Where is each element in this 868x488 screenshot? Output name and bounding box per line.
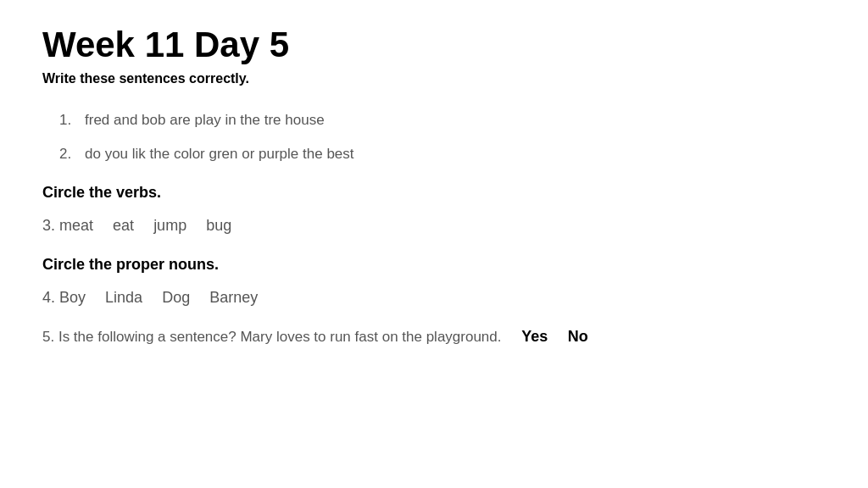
sentence-num-1: 1. [59,112,85,129]
circle-verbs-instruction: Circle the verbs. [42,184,826,202]
nouns-num: 4. [42,289,55,306]
sentence5-no: No [568,328,588,345]
sentence5-text: Is the following a sentence? Mary loves … [58,329,502,345]
noun-word-3: Dog [162,289,190,307]
verb-word-2: eat [113,217,134,235]
page-title: Week 11 Day 5 [42,25,826,64]
noun-word-4: Barney [209,289,258,307]
sentence-item-1: 1.fred and bob are play in the tre house [59,112,826,129]
verb-word-1: meat [59,217,93,235]
sentences-section: 1.fred and bob are play in the tre house… [42,112,826,163]
sentence5-yes: Yes [521,328,548,345]
sentence-item-2: 2.do you lik the color gren or purple th… [59,146,826,163]
subtitle: Write these sentences correctly. [42,71,826,86]
circle-nouns-section: Circle the proper nouns. 4. Boy Linda Do… [42,256,826,307]
sentence-text-2: do you lik the color gren or purple the … [85,146,354,162]
sentence-num-2: 2. [59,146,85,163]
circle-nouns-instruction: Circle the proper nouns. [42,256,826,274]
nouns-words-row: 4. Boy Linda Dog Barney [42,289,826,307]
sentence5-num: 5. [42,329,54,345]
verb-word-3: jump [153,217,186,235]
sentence-text-1: fred and bob are play in the tre house [85,112,325,128]
sentence5-row: 5. Is the following a sentence? Mary lov… [42,328,826,346]
noun-word-2: Linda [105,289,142,307]
sentence5-section: 5. Is the following a sentence? Mary lov… [42,328,826,346]
verb-word-4: bug [206,217,231,235]
noun-word-1: Boy [59,289,86,307]
circle-verbs-section: Circle the verbs. 3. meat eat jump bug [42,184,826,235]
verbs-words-row: 3. meat eat jump bug [42,217,826,235]
verbs-num: 3. [42,217,55,234]
